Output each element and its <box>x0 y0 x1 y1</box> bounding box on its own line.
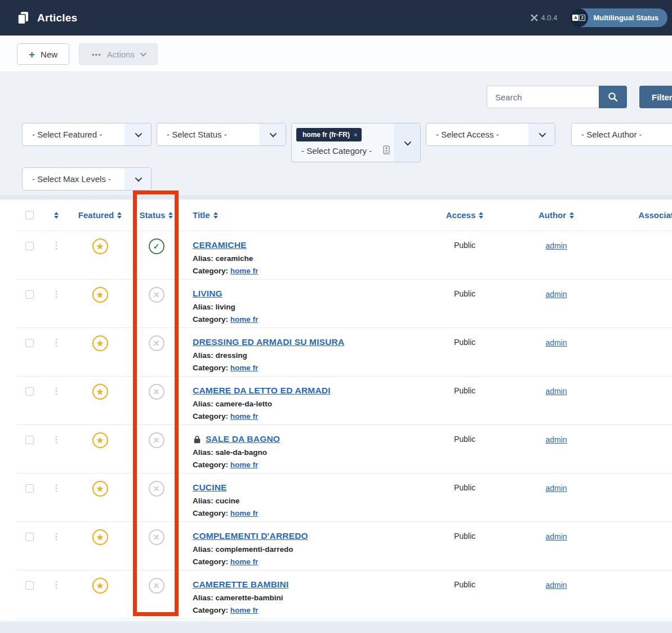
filter-options-button[interactable]: Filter Options <box>639 86 672 108</box>
search-input[interactable] <box>487 86 599 108</box>
author-link[interactable]: admin <box>545 435 567 444</box>
article-category: Category: home fr <box>193 364 420 372</box>
ellipsis-icon: ••• <box>92 50 101 59</box>
article-title-link[interactable]: CAMERE DA LETTO ED ARMADI <box>193 386 331 396</box>
toolbar: + New ••• Actions <box>0 36 672 72</box>
category-link[interactable]: home fr <box>230 267 259 275</box>
author-link[interactable]: admin <box>545 241 567 250</box>
row-checkbox[interactable] <box>25 484 34 493</box>
select-max-levels[interactable]: - Select Max Levels - <box>22 167 152 191</box>
drag-handle-icon[interactable]: ⋮ <box>52 240 61 251</box>
author-link[interactable]: admin <box>545 338 567 347</box>
article-category: Category: home fr <box>193 606 420 614</box>
chevron-down-icon <box>270 130 277 138</box>
featured-star-icon[interactable]: ★ <box>92 432 108 448</box>
row-checkbox[interactable] <box>25 436 34 444</box>
select-all-checkbox[interactable] <box>25 211 34 219</box>
status-icon[interactable]: ✕ <box>149 578 164 594</box>
row-checkbox[interactable] <box>25 387 34 396</box>
author-link[interactable]: admin <box>545 387 567 396</box>
status-icon[interactable]: ✕ <box>149 335 164 351</box>
select-category[interactable]: home fr (fr-FR) × - Select Category - <box>291 123 421 162</box>
row-checkbox[interactable] <box>25 581 34 590</box>
search-group <box>487 86 627 108</box>
author-link[interactable]: admin <box>545 484 567 493</box>
search-button[interactable] <box>599 86 627 108</box>
featured-star-icon[interactable]: ★ <box>92 481 108 497</box>
drag-handle-icon[interactable]: ⋮ <box>52 531 61 542</box>
remove-tag-icon[interactable]: × <box>354 131 357 138</box>
select-category-label: - Select Category - <box>301 146 372 156</box>
row-checkbox[interactable] <box>25 533 34 541</box>
author-column-header[interactable]: Author <box>504 210 608 220</box>
featured-star-icon[interactable]: ★ <box>92 384 108 400</box>
author-link[interactable]: admin <box>545 290 567 299</box>
category-tag-label: home fr (fr-FR) <box>302 131 350 139</box>
associations-column-header[interactable]: Associations <box>608 210 672 220</box>
row-checkbox[interactable] <box>25 290 34 299</box>
article-title-link[interactable]: CAMERETTE BAMBINI <box>193 579 288 590</box>
actions-button[interactable]: ••• Actions <box>79 43 158 65</box>
row-checkbox[interactable] <box>25 339 34 347</box>
table-row: ⋮ ★ ✕ CAMERE DA LETTO ED ARMADI Alias: c… <box>17 377 672 425</box>
drag-handle-icon[interactable]: ⋮ <box>52 289 61 299</box>
category-link[interactable]: home fr <box>230 315 259 324</box>
search-icon <box>608 92 618 102</box>
featured-star-icon[interactable]: ★ <box>92 529 108 545</box>
featured-star-icon[interactable]: ★ <box>92 335 108 351</box>
articles-table: Featured Status Title Access Author Asso… <box>0 200 672 621</box>
featured-star-icon[interactable]: ★ <box>92 578 108 594</box>
joomla-icon <box>531 14 538 21</box>
new-button[interactable]: + New <box>17 43 69 65</box>
article-title-link[interactable]: LIVING <box>193 289 222 299</box>
drag-handle-icon[interactable]: ⋮ <box>52 386 61 396</box>
status-column-header[interactable]: Status <box>130 210 183 220</box>
select-featured[interactable]: - Select Featured - <box>22 123 152 146</box>
article-title-link[interactable]: DRESSING ED ARMADI SU MISURA <box>193 337 344 347</box>
access-column-header[interactable]: Access <box>425 210 504 220</box>
ordering-sort-header[interactable] <box>42 212 70 219</box>
status-icon[interactable]: ✕ <box>149 384 164 400</box>
articles-stack-icon <box>17 11 29 25</box>
table-row: ⋮ ★ ✕ DRESSING ED ARMADI SU MISURA Alias… <box>17 328 672 377</box>
article-title-link[interactable]: CUCINE <box>193 483 227 493</box>
category-link[interactable]: home fr <box>230 606 259 614</box>
select-access[interactable]: - Select Access - <box>426 123 555 146</box>
category-link[interactable]: home fr <box>230 557 259 566</box>
table-row: ⋮ ★ ✕ CUCINE Alias: cucine Category: hom… <box>17 473 672 522</box>
title-column-header[interactable]: Title <box>183 210 425 220</box>
category-link[interactable]: home fr <box>230 412 259 420</box>
featured-column-header[interactable]: Featured <box>70 210 130 220</box>
drag-handle-icon[interactable]: ⋮ <box>52 483 61 493</box>
category-link[interactable]: home fr <box>230 364 259 372</box>
drag-handle-icon[interactable]: ⋮ <box>52 434 61 445</box>
featured-star-icon[interactable]: ★ <box>92 238 108 254</box>
article-title-link[interactable]: SALE DA BAGNO <box>206 434 280 444</box>
page-title: Articles <box>37 12 77 24</box>
author-link[interactable]: admin <box>545 532 567 541</box>
article-category: Category: home fr <box>193 315 420 324</box>
select-author[interactable]: - Select Author - <box>571 123 672 146</box>
table-row: ⋮ ★ ✕ CAMERETTE BAMBINI Alias: camerette… <box>17 570 672 619</box>
status-icon[interactable]: ✓ <box>149 238 164 254</box>
select-status[interactable]: - Select Status - <box>157 123 286 146</box>
category-link[interactable]: home fr <box>230 509 259 517</box>
drag-handle-icon[interactable]: ⋮ <box>52 337 61 348</box>
featured-star-icon[interactable]: ★ <box>92 287 108 303</box>
article-title-link[interactable]: CERAMICHE <box>193 240 247 250</box>
article-category: Category: home fr <box>193 461 420 469</box>
footer-strip <box>0 622 672 633</box>
author-link[interactable]: admin <box>545 581 567 590</box>
status-icon[interactable]: ✕ <box>149 432 164 448</box>
drag-handle-icon[interactable]: ⋮ <box>52 579 61 590</box>
status-icon[interactable]: ✕ <box>149 287 164 303</box>
row-checkbox[interactable] <box>25 242 34 250</box>
article-alias: Alias: sale-da-bagno <box>193 448 420 457</box>
access-level: Public <box>425 377 504 395</box>
status-icon[interactable]: ✕ <box>149 529 164 545</box>
article-title-link[interactable]: COMPLEMENTI D'ARREDO <box>193 531 308 541</box>
article-alias: Alias: cucine <box>193 497 420 505</box>
multilingual-status-button[interactable]: A Z Multilingual Status <box>569 8 667 27</box>
category-link[interactable]: home fr <box>230 461 259 469</box>
status-icon[interactable]: ✕ <box>149 481 164 497</box>
